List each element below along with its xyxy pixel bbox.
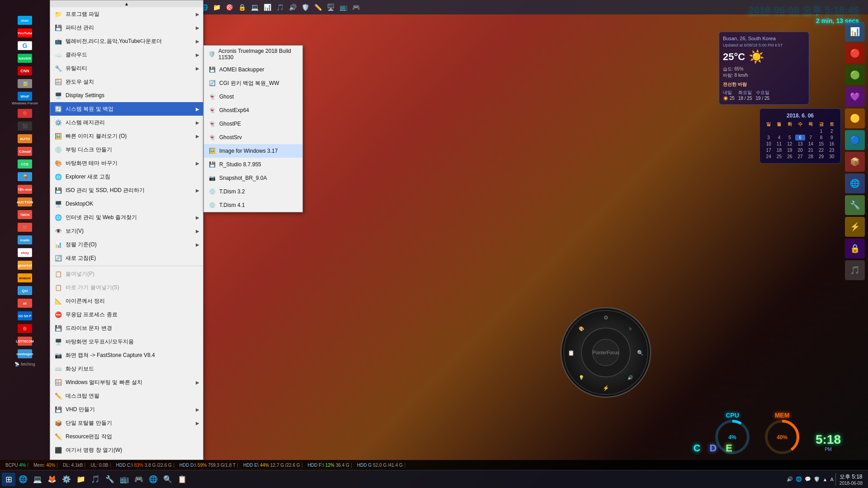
- submenu-item-ghostpe[interactable]: 👻 GhostPE: [204, 117, 302, 131]
- menu-item-system-layout[interactable]: ⚙️ 시스템 레지관리 ▶: [50, 116, 203, 129]
- taskbar-icon-folder[interactable]: 📁: [74, 473, 88, 486]
- sidebar-item-auction[interactable]: AUCTION: [2, 196, 48, 208]
- toolbar-icon-11[interactable]: 🎯: [223, 1, 235, 13]
- sidebar-item-youtube[interactable]: YouTube: [2, 27, 48, 39]
- taskbar-icon-music[interactable]: 🎵: [89, 473, 102, 486]
- sidebar-item-ebay[interactable]: ebay: [2, 247, 48, 258]
- taskbar-icon-tools[interactable]: 🔧: [103, 473, 117, 486]
- menu-item-vhd[interactable]: 💾 VHD 만들기 ▶: [50, 403, 203, 416]
- right-icon-9[interactable]: 🔧: [845, 195, 865, 215]
- menu-item-internet-mgr[interactable]: 🌐 인터넷 관리 및 Web 즐겨찾기 ▶: [50, 211, 203, 224]
- right-icon-8[interactable]: 🌐: [845, 174, 865, 193]
- submenu-item-tdism41[interactable]: 💿 T.Dism 4.1: [204, 198, 302, 212]
- sidebar-item-8[interactable]: 🔴: [2, 108, 48, 119]
- taskbar-icon-ie[interactable]: 🌐: [16, 473, 30, 486]
- pointer-focus-circle[interactable]: ⚙ 🔍 ⚡ 📋 🖱 🔊 🎨 💡 PointerFocus: [561, 307, 651, 398]
- taskbar-icon-search[interactable]: 🔍: [161, 473, 175, 486]
- right-icon-7[interactable]: 📦: [845, 152, 865, 172]
- menu-item-tv[interactable]: 📺 텔레비전,라디오,음악,YouTube다운로더 ▶: [50, 34, 203, 48]
- toolbar-icon-18[interactable]: ✏️: [312, 1, 324, 13]
- sidebar-item-msn[interactable]: msn: [2, 14, 48, 26]
- sidebar-item-qsymia[interactable]: Qsi: [2, 285, 48, 296]
- sidebar-item-dahmol[interactable]: 대h-mol: [2, 183, 48, 195]
- tray-show-hidden[interactable]: ▲: [823, 477, 828, 482]
- menu-item-hotkey[interactable]: ⌨️ 화상 키보드: [50, 362, 203, 375]
- right-icon-4[interactable]: 💜: [845, 87, 865, 107]
- sidebar-item-needasgon[interactable]: needsagon: [2, 348, 48, 360]
- tray-keyboard-icon[interactable]: A: [830, 477, 834, 482]
- sidebar-item-cjmall[interactable]: CJmall: [2, 145, 48, 157]
- right-icon-6[interactable]: 🔵: [845, 130, 865, 150]
- menu-item-desktop-mode[interactable]: 🖥️ 바탕화면 모두표시/모두지움: [50, 335, 203, 348]
- menu-item-view[interactable]: 👁️ 보기(V) ▶: [50, 224, 203, 238]
- sidebar-item-13[interactable]: 📦: [2, 171, 48, 183]
- menu-item-new[interactable]: 🔄 새로 고침(E): [50, 251, 203, 265]
- tray-icon-network[interactable]: 🌐: [796, 476, 802, 482]
- taskbar-icon-web[interactable]: 🌐: [146, 473, 160, 486]
- taskbar-icon-clip[interactable]: 📋: [175, 473, 189, 486]
- taskbar-icon-firefox[interactable]: 🦊: [45, 473, 59, 486]
- menu-item-windows-multi[interactable]: 🪟 Windows 멀티부팅 및 빠른 설치 ▶: [50, 375, 203, 389]
- sidebar-item-winforum[interactable]: WinF Windows Forum: [2, 90, 48, 107]
- submenu-item-acronis[interactable]: 🛡️ Acronis TrueImage 2018 Build 11530: [204, 46, 302, 63]
- menu-item-sort[interactable]: 📊 정렬 기준(O) ▶: [50, 238, 203, 251]
- toolbar-icon-17[interactable]: 🛡️: [299, 1, 311, 13]
- sidebar-item-9[interactable]: ⬛: [2, 120, 48, 132]
- menu-item-utility[interactable]: 🔧 유틸리티 ▶: [50, 61, 203, 75]
- sidebar-item-6[interactable]: 🖼️: [2, 78, 48, 89]
- submenu-item-rstudio[interactable]: 💾 R_Studio 8.7.955: [204, 158, 302, 171]
- menu-item-partition[interactable]: 💾 파티션 관리 ▶: [50, 21, 203, 34]
- taskbar-icon-settings[interactable]: ⚙️: [60, 473, 73, 486]
- toolbar-icon-13[interactable]: 💻: [249, 1, 260, 13]
- submenu-item-ghostsrv[interactable]: 👻 GhostSrv: [204, 131, 302, 144]
- menu-item-quick-blur[interactable]: 🖼️ 빠른 이미지 블러오기 (O) ▶: [50, 129, 203, 143]
- taskbar-icon-explorer[interactable]: 💻: [31, 473, 44, 486]
- menu-item-boot-disk[interactable]: 💿 부팅 디스크 만들기: [50, 143, 203, 156]
- right-icon-3[interactable]: 🟢: [845, 65, 865, 85]
- taskbar-icon-tv[interactable]: 📺: [118, 473, 131, 486]
- submenu-item-tdism32[interactable]: 💿 T.Dism 3.2: [204, 185, 302, 198]
- menu-item-resource[interactable]: ✏️ Resource편집 작업: [50, 430, 203, 443]
- menu-scroll-up[interactable]: ▲: [50, 0, 203, 7]
- sidebar-item-naver[interactable]: NAVER: [2, 52, 48, 64]
- sidebar-item-lotte[interactable]: LOTTECOM: [2, 335, 48, 347]
- system-restore-submenu[interactable]: 🛡️ Acronis TrueImage 2018 Build 11530 💾 …: [203, 45, 303, 212]
- tray-icon-msg[interactable]: 💬: [805, 476, 811, 482]
- submenu-item-ghostexp64[interactable]: 👻 GhostExp64: [204, 103, 302, 117]
- toolbar-icon-14[interactable]: 📊: [261, 1, 273, 13]
- menu-item-drive-letter[interactable]: 💾 드라이브 문자 변경: [50, 321, 203, 335]
- sidebar-item-ali[interactable]: ali: [2, 297, 48, 309]
- tray-icon-shield[interactable]: 🛡️: [814, 476, 820, 482]
- menu-item-registry[interactable]: 🔧 Registry First Aid Platinum 11.1.0 Bui…: [50, 457, 203, 460]
- menu-item-exit-process[interactable]: ⛔ 무응답 프로세스 종료: [50, 308, 203, 321]
- taskbar-clock[interactable]: 오후 5:18 2018-06-08: [835, 473, 863, 486]
- submenu-item-aomei[interactable]: 💾 AOMEI Backupper: [204, 63, 302, 76]
- toolbar-icon-19[interactable]: 🖥️: [325, 1, 336, 13]
- menu-item-faststone[interactable]: 📷 화면 캡쳐 -> FastStone Capture V8.4: [50, 348, 203, 362]
- menu-item-portal[interactable]: 📦 단일 포탈블 만들기 ▶: [50, 416, 203, 430]
- right-icon-2[interactable]: 🔴: [845, 43, 865, 63]
- start-button[interactable]: ⊞: [2, 473, 15, 486]
- toolbar-icon-21[interactable]: 🎮: [350, 1, 362, 13]
- sidebar-item-coupang[interactable]: 🛒: [2, 221, 48, 233]
- tray-icon-sound[interactable]: 🔊: [787, 476, 793, 482]
- menu-item-cmd[interactable]: ⬛ 여기서 명령 창 열기(W): [50, 443, 203, 457]
- menu-item-windows-install[interactable]: 🪟 완도우 설치: [50, 75, 203, 89]
- menu-item-desktopok[interactable]: 🖥️ DesktopOK: [50, 197, 203, 211]
- toolbar-icon-12[interactable]: 🔒: [236, 1, 248, 13]
- submenu-item-snapshot[interactable]: 📷 Snapshot_BR_9.0A: [204, 171, 302, 185]
- submenu-item-ghost[interactable]: 👻 Ghost: [204, 90, 302, 103]
- menu-item-system-restore[interactable]: 🔄 시스템 복원 및 백업 ▶: [50, 102, 203, 116]
- sidebar-item-tmon[interactable]: TMON: [2, 209, 48, 221]
- sidebar-item-25[interactable]: 🔴: [2, 323, 48, 334]
- sidebar-item-icado[interactable]: icado: [2, 234, 48, 246]
- sidebar-item-cnn[interactable]: CNN: [2, 65, 48, 77]
- menu-item-explorer-new[interactable]: 🌐 Explorer 새로 고침: [50, 170, 203, 183]
- menu-item-program-files[interactable]: 📁 프로그램 파일 ▶: [50, 7, 203, 21]
- menu-item-wallpaper[interactable]: 🎨 바탕화면 테마 바꾸기 ▶: [50, 156, 203, 170]
- toolbar-icon-20[interactable]: 📺: [337, 1, 349, 13]
- context-menu[interactable]: ▲ 📁 프로그램 파일 ▶ 💾 파티션 관리 ▶ 📺 텔레비전,라디오,음악,Y…: [50, 0, 203, 460]
- menu-item-iso[interactable]: 💾 ISO 관리 및 SSD, HDD 관리하기 ▶: [50, 183, 203, 197]
- menu-item-icon-arrange[interactable]: 📐 아이콘께서 정리: [50, 294, 203, 308]
- taskbar-icon-game[interactable]: 🎮: [132, 473, 146, 486]
